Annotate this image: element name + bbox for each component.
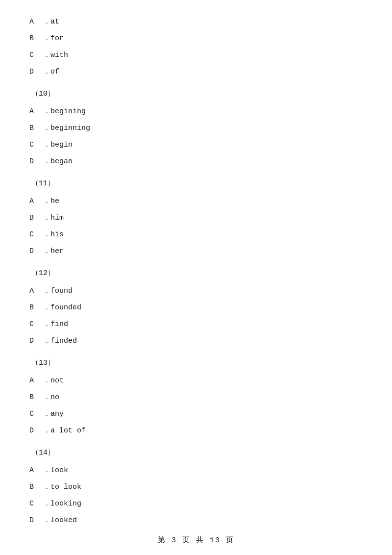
option-letter: A [29, 104, 43, 119]
option-text: find [50, 317, 68, 332]
option-row: C ． looking [29, 497, 363, 511]
option-text: he [50, 194, 59, 209]
option-letter: C [29, 227, 43, 242]
option-dot: ． [43, 48, 50, 63]
option-letter: C [29, 497, 43, 511]
option-letter: B [29, 211, 43, 226]
option-text: looking [50, 497, 81, 511]
page-content: A ． at B ． for C ． with D ． of （10） A ． … [0, 0, 392, 555]
option-text: a lot of [50, 424, 86, 438]
option-letter: D [29, 334, 43, 349]
option-letter: C [29, 48, 43, 63]
question-group-14: （14） A ． look B ． to look C ． looking D … [29, 446, 363, 528]
option-row: D ． looked [29, 513, 363, 528]
option-dot: ． [43, 390, 50, 405]
option-letter: B [29, 301, 43, 315]
option-dot: ． [43, 374, 50, 388]
option-dot: ． [43, 301, 50, 315]
option-letter: D [29, 154, 43, 169]
question-group-13: （13） A ． not B ． no C ． any D ． a lot of [29, 356, 363, 438]
option-dot: ． [43, 31, 50, 46]
question-group-10: （10） A ． begining B ． beginning C ． begi… [29, 87, 363, 169]
option-letter: A [29, 463, 43, 478]
option-text: for [50, 31, 64, 46]
option-letter: A [29, 15, 43, 29]
question-number: （10） [29, 87, 363, 101]
option-text: begining [50, 104, 86, 119]
option-row: A ． he [29, 194, 363, 209]
option-dot: ． [43, 121, 50, 136]
option-row: B ． founded [29, 301, 363, 315]
option-text: at [50, 15, 59, 29]
option-row: C ． with [29, 48, 363, 63]
page-footer: 第 3 页 共 13 页 [0, 535, 392, 545]
option-text: look [50, 463, 68, 478]
option-dot: ． [43, 463, 50, 478]
option-text: his [50, 227, 64, 242]
option-row: B ． no [29, 390, 363, 405]
option-row: D ． finded [29, 334, 363, 349]
option-text: her [50, 244, 64, 259]
question-number: （14） [29, 446, 363, 459]
question-group-12: （12） A ． found B ． founded C ． find D ． … [29, 267, 363, 349]
option-dot: ． [43, 138, 50, 152]
option-row: D ． of [29, 65, 363, 79]
option-text: any [50, 407, 64, 422]
option-row: B ． beginning [29, 121, 363, 136]
option-text: found [50, 284, 73, 299]
option-dot: ． [43, 15, 50, 29]
option-row: A ． not [29, 374, 363, 388]
option-dot: ． [43, 104, 50, 119]
option-dot: ． [43, 513, 50, 528]
option-dot: ． [43, 497, 50, 511]
option-letter: C [29, 138, 43, 152]
option-row: D ． a lot of [29, 424, 363, 438]
option-row: A ． look [29, 463, 363, 478]
question-number: （13） [29, 356, 363, 370]
question-number: （11） [29, 177, 363, 190]
option-text: not [50, 374, 64, 388]
option-row: C ． his [29, 227, 363, 242]
option-row: B ． him [29, 211, 363, 226]
option-text: began [50, 154, 73, 169]
option-text: with [50, 48, 68, 63]
option-letter: D [29, 513, 43, 528]
option-row: C ． begin [29, 138, 363, 152]
option-dot: ． [43, 227, 50, 242]
option-row: B ． to look [29, 480, 363, 495]
option-letter: B [29, 121, 43, 136]
option-dot: ． [43, 424, 50, 438]
option-dot: ． [43, 65, 50, 79]
option-dot: ． [43, 480, 50, 495]
option-text: founded [50, 301, 81, 315]
page-number-text: 第 3 页 共 13 页 [158, 536, 234, 545]
option-text: of [50, 65, 59, 79]
option-letter: A [29, 374, 43, 388]
option-dot: ． [43, 284, 50, 299]
question-number: （12） [29, 267, 363, 280]
option-dot: ． [43, 154, 50, 169]
option-letter: D [29, 65, 43, 79]
option-text: looked [50, 513, 77, 528]
option-dot: ． [43, 407, 50, 422]
option-text: no [50, 390, 59, 405]
option-letter: C [29, 407, 43, 422]
option-row: A ． at [29, 15, 363, 29]
option-letter: D [29, 424, 43, 438]
option-dot: ． [43, 334, 50, 349]
option-text: finded [50, 334, 77, 349]
option-text: beginning [50, 121, 90, 136]
option-row: D ． began [29, 154, 363, 169]
option-row: A ． found [29, 284, 363, 299]
question-group-0: A ． at B ． for C ． with D ． of [29, 15, 363, 79]
option-row: C ． find [29, 317, 363, 332]
option-text: him [50, 211, 64, 226]
option-dot: ． [43, 211, 50, 226]
option-dot: ． [43, 244, 50, 259]
option-text: to look [50, 480, 81, 495]
question-group-11: （11） A ． he B ． him C ． his D ． her [29, 177, 363, 259]
option-dot: ． [43, 317, 50, 332]
option-letter: A [29, 284, 43, 299]
option-letter: B [29, 480, 43, 495]
option-letter: B [29, 31, 43, 46]
